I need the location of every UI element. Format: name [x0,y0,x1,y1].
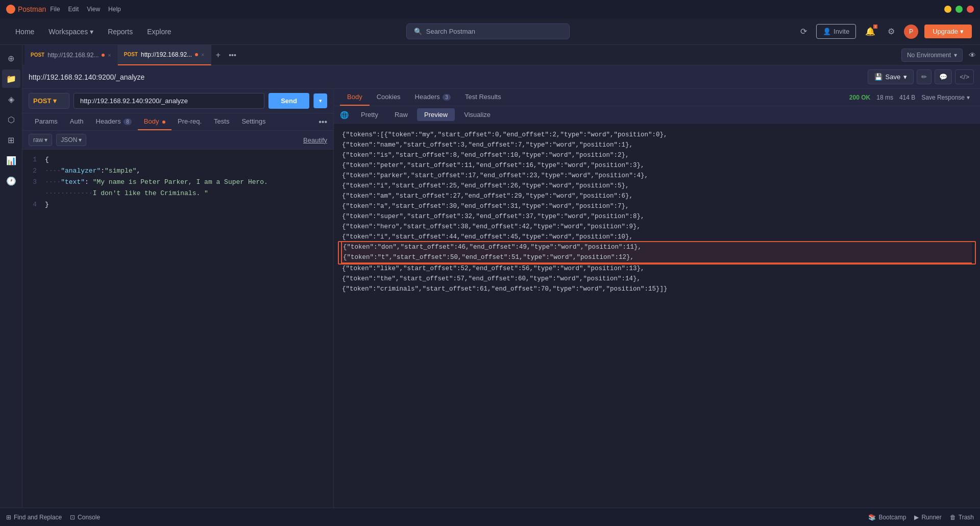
req-tab-settings[interactable]: Settings [235,113,272,130]
menu-view[interactable]: View [87,6,100,13]
resp-view-pretty[interactable]: Pretty [354,108,385,121]
search-box[interactable]: 🔍 Search Postman [406,23,570,39]
body-lang-json[interactable]: JSON ▾ [56,134,86,146]
status-code: 200 OK [849,94,870,101]
upgrade-button[interactable]: Upgrade ▾ [924,25,972,38]
line-number: 3 [29,178,37,186]
resp-view-visualize[interactable]: Visualize [457,108,498,121]
response-body: {"tokens":[{"token":"my","start_offset":… [334,124,980,508]
chevron-down-icon: ▾ [90,28,93,36]
method-url-row: POST ▾ Send ▾ [22,89,333,113]
sidebar-item-monitors[interactable]: 📊 [2,151,20,170]
nav-explore[interactable]: Explore [140,23,178,40]
minimize-button[interactable]: − [944,6,951,13]
titlebar: Postman File Edit View Help − □ × [0,0,980,18]
menu-file[interactable]: File [50,6,60,13]
tab-method-2: POST [124,52,138,57]
sidebar-item-apis[interactable]: ◈ [2,90,20,108]
req-tab-body[interactable]: Body [138,113,172,130]
comment-button[interactable]: 💬 [935,69,952,84]
sidebar-item-new[interactable]: ⊕ [2,49,20,67]
sync-icon[interactable]: ⟳ [797,23,810,39]
chevron-down-icon: ▾ [954,52,957,59]
method-select[interactable]: POST ▾ [29,93,69,109]
body-type-label: raw [33,136,43,144]
req-tab-auth[interactable]: Auth [64,113,90,130]
save-button[interactable]: 💾 Save ▾ [868,69,914,84]
console-button[interactable]: ⊡ Console [70,514,100,521]
line-number: 1 [29,156,37,163]
env-eye-button[interactable]: 👁 [967,49,978,61]
tab-1[interactable]: POST http://192.168.92... × [24,45,118,65]
nav-home[interactable]: Home [8,23,41,40]
url-bar-wrapper: http://192.168.92.140:9200/_analyze 💾 Sa… [22,65,980,89]
code-editor[interactable]: 1 { 2 ····"analyzer":"simple", 3 ····"te… [22,150,333,508]
sidebar-item-environments[interactable]: ⬡ [2,110,20,129]
user-avatar[interactable]: P [904,25,918,39]
beautify-button[interactable]: Beautify [303,136,327,144]
body-type-raw[interactable]: raw ▾ [29,134,52,146]
sidebar-item-history[interactable]: 🕐 [2,172,20,190]
postman-logo-icon [6,5,15,14]
env-name: No Environment [907,52,951,59]
bottom-left: ⊞ Find and Replace ⊡ Console [6,514,100,521]
trash-button[interactable]: 🗑 Trash [950,514,974,521]
request-response-split: POST ▾ Send ▾ Params Auth Headers 8 Body… [22,89,980,508]
url-input[interactable] [74,93,264,109]
send-dropdown[interactable]: ▾ [313,93,327,108]
resp-tab-body[interactable]: Body [340,89,370,106]
send-button[interactable]: Send [268,93,309,109]
sidebar-item-mock[interactable]: ⊞ [2,131,20,149]
resp-tab-cookies[interactable]: Cookies [370,89,408,106]
tab-close-2[interactable]: × [201,52,204,58]
invite-button[interactable]: 👤 Invite [816,24,856,39]
resp-view-preview[interactable]: Preview [417,108,455,121]
req-tab-params[interactable]: Params [29,113,64,130]
req-tab-more[interactable]: ••• [318,117,327,127]
settings-icon[interactable]: ⚙ [885,23,898,39]
find-replace-button[interactable]: ⊞ Find and Replace [6,514,62,521]
code-line-3b: ············I don't like the Criminals. … [29,189,327,200]
line-content: { [45,156,49,163]
menu-help[interactable]: Help [108,6,121,13]
menu-edit[interactable]: Edit [68,6,79,13]
user-plus-icon: 👤 [823,28,831,35]
req-tab-headers[interactable]: Headers 8 [90,113,138,130]
resp-line: {"token":"name","start_offset":3,"end_of… [342,140,972,150]
response-tabs: Body Cookies Headers 3 Test Results [334,89,843,106]
req-tab-prereq[interactable]: Pre-req. [172,113,208,130]
tab-dirty-2 [195,53,198,56]
code-line-1: 1 { [29,156,327,166]
nav-workspaces[interactable]: Workspaces ▾ [41,23,101,40]
code-button[interactable]: </> [955,69,974,84]
search-placeholder: Search Postman [426,28,475,35]
maximize-button[interactable]: □ [955,6,963,13]
more-tabs-button[interactable]: ••• [226,48,240,62]
resp-line: {"token":"is","start_offset":8,"end_offs… [342,150,972,160]
bootcamp-button[interactable]: 📚 Bootcamp [868,514,906,521]
app-name: Postman [18,5,46,13]
add-tab-button[interactable]: + [211,48,226,62]
close-button[interactable]: × [967,6,974,13]
save-response-button[interactable]: Save Response ▾ [921,94,970,101]
resp-line: {"token":"the","start_offset":57,"end_of… [342,274,972,284]
sidebar: ⊕ 📁 ◈ ⬡ ⊞ 📊 🕐 [0,45,22,508]
resp-tab-test-results[interactable]: Test Results [458,89,508,106]
tabs-bar: POST http://192.168.92... × POST http://… [22,45,980,65]
bottom-right: 📚 Bootcamp ▶ Runner 🗑 Trash [868,514,974,521]
tab-close-1[interactable]: × [108,52,111,58]
runner-button[interactable]: ▶ Runner [914,514,941,521]
notifications-icon[interactable]: 🔔 ! [862,23,878,39]
nav-workspaces-label: Workspaces [48,28,88,36]
sidebar-item-collections[interactable]: 📁 [2,69,20,88]
req-tab-tests[interactable]: Tests [208,113,235,130]
tab-2[interactable]: POST http://192.168.92... × [118,45,211,65]
resp-view-raw[interactable]: Raw [387,108,415,121]
app-logo: Postman [6,5,46,14]
environment-dropdown[interactable]: No Environment ▾ [901,49,963,62]
env-selector: No Environment ▾ 👁 [901,49,978,62]
resp-tab-headers[interactable]: Headers 3 [408,89,458,106]
edit-button[interactable]: ✏ [917,69,932,84]
response-time: 18 ms [876,94,893,101]
nav-reports[interactable]: Reports [101,23,140,40]
